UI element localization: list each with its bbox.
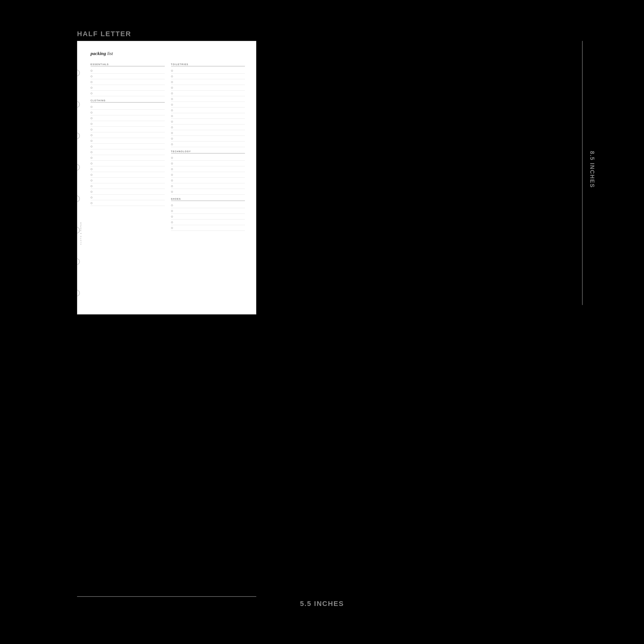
check-circle — [91, 191, 92, 193]
check-circle — [171, 157, 173, 159]
two-column-layout: ESSENTIALS CLOTHING — [91, 63, 245, 305]
check-circle — [91, 146, 92, 147]
technology-row-2 — [171, 161, 245, 166]
right-column: TOILETRIES — [171, 63, 245, 305]
clothing-row-7 — [91, 138, 165, 144]
check-circle — [91, 174, 92, 176]
brand-text: CLOTH & PAPER — [80, 222, 82, 245]
check-circle — [91, 168, 92, 170]
half-letter-label: HALF LETTER — [77, 30, 131, 38]
clothing-row-13 — [91, 172, 165, 178]
check-circle — [171, 92, 173, 94]
essentials-row-2 — [91, 74, 165, 79]
clothing-row-2 — [91, 110, 165, 115]
check-circle — [171, 168, 173, 170]
technology-header: TECHNOLOGY — [171, 150, 245, 153]
clothing-row-3 — [91, 115, 165, 121]
check-circle — [171, 204, 173, 206]
check-circle — [91, 134, 92, 136]
toiletries-row-12 — [171, 130, 245, 136]
toiletries-row-1 — [171, 68, 245, 74]
clothing-row-11 — [91, 161, 165, 166]
check-circle — [171, 210, 173, 212]
check-circle — [171, 185, 173, 187]
check-circle — [91, 129, 92, 130]
essentials-row-5 — [91, 91, 165, 96]
shoes-row-4 — [171, 219, 245, 225]
check-circle — [91, 112, 92, 114]
title-light: list — [106, 51, 113, 56]
left-column: ESSENTIALS CLOTHING — [91, 63, 165, 305]
shoes-section: SHOES — [171, 198, 245, 231]
check-circle — [171, 75, 173, 77]
clothing-row-12 — [91, 166, 165, 172]
page-content: packing list ESSENTIALS CLOTHING — [77, 41, 256, 314]
essentials-row-3 — [91, 79, 165, 85]
toiletries-row-11 — [171, 125, 245, 130]
check-circle — [171, 227, 173, 229]
toiletries-row-3 — [171, 79, 245, 85]
check-circle — [91, 197, 92, 198]
check-circle — [91, 81, 92, 83]
technology-row-5 — [171, 178, 245, 183]
clothing-row-16 — [91, 189, 165, 195]
check-circle — [171, 216, 173, 218]
check-circle — [91, 180, 92, 181]
check-circle — [171, 98, 173, 100]
toiletries-row-2 — [171, 74, 245, 79]
check-circle — [171, 191, 173, 193]
dimension-bottom-label: 5.5 INCHES — [300, 600, 344, 608]
check-circle — [91, 151, 92, 153]
check-circle — [171, 143, 173, 145]
planner-page: packing list ESSENTIALS CLOTHING — [77, 41, 256, 314]
shoes-row-3 — [171, 214, 245, 219]
clothing-row-17 — [91, 195, 165, 200]
technology-section: TECHNOLOGY — [171, 150, 245, 195]
technology-row-7 — [171, 189, 245, 195]
check-circle — [91, 163, 92, 164]
check-circle — [91, 123, 92, 125]
toiletries-row-7 — [171, 102, 245, 108]
check-circle — [171, 87, 173, 89]
dimension-line-bottom — [77, 596, 256, 597]
toiletries-row-14 — [171, 142, 245, 147]
toiletries-row-5 — [171, 91, 245, 96]
check-circle — [171, 126, 173, 128]
technology-row-1 — [171, 155, 245, 161]
technology-row-6 — [171, 183, 245, 189]
check-circle — [91, 140, 92, 142]
toiletries-row-13 — [171, 136, 245, 142]
technology-row-3 — [171, 166, 245, 172]
check-circle — [171, 81, 173, 83]
clothing-row-8 — [91, 144, 165, 149]
check-circle — [171, 180, 173, 181]
check-circle — [91, 70, 92, 72]
check-circle — [171, 221, 173, 223]
clothing-row-15 — [91, 183, 165, 189]
check-circle — [91, 202, 92, 204]
check-circle — [171, 70, 173, 72]
toiletries-row-6 — [171, 96, 245, 102]
technology-row-4 — [171, 172, 245, 178]
check-circle — [91, 92, 92, 94]
check-circle — [91, 185, 92, 187]
toiletries-section: TOILETRIES — [171, 63, 245, 147]
essentials-row-1 — [91, 68, 165, 74]
shoes-row-2 — [171, 208, 245, 214]
dimension-right-label: 8.5 INCHES — [589, 151, 595, 188]
clothing-row-1 — [91, 104, 165, 110]
toiletries-row-9 — [171, 113, 245, 119]
check-circle — [91, 87, 92, 89]
toiletries-header: TOILETRIES — [171, 63, 245, 66]
check-circle — [171, 163, 173, 164]
toiletries-row-10 — [171, 119, 245, 125]
shoes-row-1 — [171, 203, 245, 208]
shoes-header: SHOES — [171, 198, 245, 201]
essentials-section: ESSENTIALS — [91, 63, 165, 96]
check-circle — [91, 157, 92, 159]
check-circle — [171, 174, 173, 176]
clothing-header: CLOTHING — [91, 99, 165, 103]
check-circle — [91, 75, 92, 77]
clothing-row-5 — [91, 127, 165, 132]
clothing-row-6 — [91, 132, 165, 138]
